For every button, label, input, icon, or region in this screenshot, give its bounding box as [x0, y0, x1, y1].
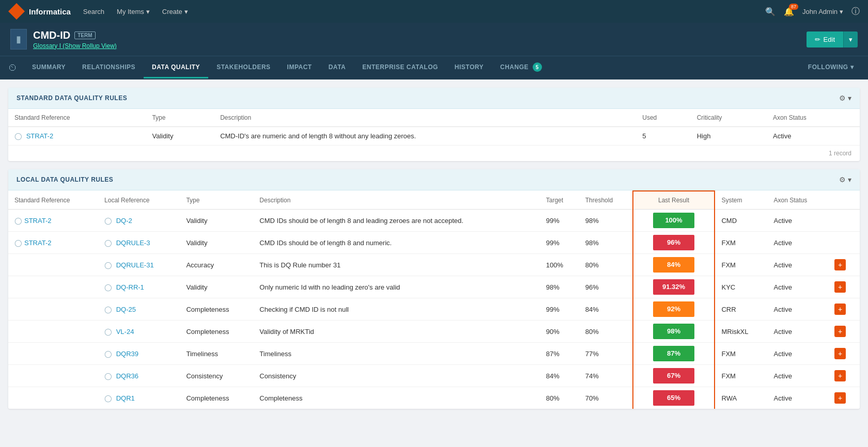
local-ref-link[interactable]: DQ-2 — [116, 217, 132, 225]
nav-create[interactable]: Create ▾ — [162, 8, 188, 15]
add-button[interactable]: + — [834, 392, 846, 404]
local-ref-link[interactable]: DQ-RR-1 — [116, 283, 144, 291]
std-ref-link[interactable]: STRAT-2 — [26, 132, 54, 140]
lcell-last-result: 65% — [633, 387, 715, 409]
lcell-threshold: 80% — [579, 321, 633, 343]
edit-dropdown-button[interactable]: ▾ — [843, 31, 858, 47]
page-header: ▮ CMD-ID TERM Glossary I (Show Rollup Vi… — [0, 23, 868, 56]
table-row: ◯ DQ-25 Completeness Checking if CMD ID … — [8, 298, 860, 321]
tab-stakeholders[interactable]: STAKEHOLDERS — [208, 57, 278, 78]
tab-summary[interactable]: SUMMARY — [24, 57, 74, 78]
lcell-system: CMD — [715, 210, 767, 232]
local-ref-link[interactable]: DQRULE-31 — [116, 261, 154, 269]
lcell-local-ref: ◯ DQR1 — [98, 387, 180, 409]
add-button[interactable]: + — [834, 370, 846, 381]
result-badge: 65% — [653, 390, 694, 406]
std-ref-link[interactable]: STRAT-2 — [24, 217, 52, 225]
result-badge: 96% — [653, 235, 694, 250]
criticality-cell: High — [691, 127, 767, 146]
col-description: Description — [214, 109, 636, 127]
lcell-last-result: 96% — [633, 232, 715, 254]
table-row: ◯ DQR39 Timeliness Timeliness 87% 77% 87… — [8, 343, 860, 365]
std-ref-link[interactable]: STRAT-2 — [24, 239, 52, 247]
result-badge: 91.32% — [653, 279, 694, 295]
lcol-target: Target — [540, 191, 579, 210]
local-ref-link[interactable]: VL-24 — [116, 328, 134, 336]
lcell-actions: + — [828, 387, 860, 409]
lcell-system: MRiskXL — [715, 321, 767, 343]
help-icon[interactable]: ⓘ — [851, 6, 860, 17]
lcell-target: 99% — [540, 232, 579, 254]
gear-icon[interactable]: ⚙ ▾ — [839, 175, 851, 184]
tab-data-quality[interactable]: DATA QUALITY — [144, 57, 208, 78]
table-row: ◯ STRAT-2 Validity CMD-ID's are numeric … — [8, 127, 860, 146]
search-icon[interactable]: 🔍 — [765, 7, 776, 17]
add-button[interactable]: + — [834, 259, 846, 270]
col-criticality: Criticality — [691, 109, 767, 127]
add-button[interactable]: + — [834, 281, 846, 293]
lcell-actions: + — [828, 321, 860, 343]
lcell-type: Timeliness — [180, 343, 253, 365]
local-ref-circle-icon: ◯ — [104, 283, 112, 291]
local-ref-link[interactable]: DQRULE-3 — [116, 239, 150, 247]
local-ref-circle-icon: ◯ — [104, 306, 112, 313]
tab-history[interactable]: HISTORY — [446, 57, 492, 78]
lcell-type: Accuracy — [180, 254, 253, 276]
lcell-local-ref: ◯ DQ-RR-1 — [98, 276, 180, 298]
lcell-actions: + — [828, 298, 860, 321]
lcell-description: CMD IDs should be of length 8 and numeri… — [253, 232, 539, 254]
tab-data[interactable]: DATA — [320, 57, 354, 78]
lcell-description: Validity of MRKTid — [253, 321, 539, 343]
item-subtitle[interactable]: Glossary I (Show Rollup View) — [33, 42, 117, 50]
local-ref-link[interactable]: DQ-25 — [116, 306, 136, 313]
local-ref-link[interactable]: DQR36 — [116, 372, 138, 380]
result-badge: 100% — [653, 213, 694, 228]
add-button[interactable]: + — [834, 348, 846, 359]
table-row: ◯ VL-24 Completeness Validity of MRKTid … — [8, 321, 860, 343]
lcell-std-ref: ◯STRAT-2 — [8, 210, 98, 232]
lcell-actions: + — [828, 254, 860, 276]
add-button[interactable]: + — [834, 304, 846, 315]
nav-right-section: 🔍 🔔 87 John Admin ▾ ⓘ — [765, 6, 860, 17]
local-ref-link[interactable]: DQR1 — [116, 394, 135, 402]
gear-icon[interactable]: ⚙ ▾ — [839, 94, 851, 102]
lcell-last-result: 87% — [633, 343, 715, 365]
edit-button[interactable]: ✏ Edit — [807, 31, 843, 47]
lcell-local-ref: ◯ DQR36 — [98, 365, 180, 387]
app-logo[interactable]: Informatica — [8, 3, 71, 20]
add-button[interactable]: + — [834, 326, 846, 337]
lcell-system: FXM — [715, 232, 767, 254]
user-menu[interactable]: John Admin ▾ — [802, 8, 843, 15]
tab-impact[interactable]: IMPACT — [279, 57, 320, 78]
ref-circle-icon: ◯ — [14, 239, 22, 247]
lcell-axon-status: Active — [767, 232, 828, 254]
tab-change[interactable]: CHANGE 5 — [492, 56, 550, 79]
lcell-axon-status: Active — [767, 276, 828, 298]
item-info: CMD-ID TERM Glossary I (Show Rollup View… — [33, 29, 117, 50]
std-ref-cell: ◯ STRAT-2 — [8, 127, 146, 146]
standard-section-title: STANDARD DATA QUALITY RULES — [17, 94, 127, 102]
notification-bell[interactable]: 🔔 87 — [784, 7, 794, 17]
lcol-actions — [828, 191, 860, 210]
nav-my-items[interactable]: My Items ▾ — [117, 8, 150, 15]
tab-enterprise-catalog[interactable]: ENTERPRISE CATALOG — [354, 57, 446, 78]
lcell-std-ref — [8, 321, 98, 343]
lcell-description: Checking if CMD ID is not null — [253, 298, 539, 321]
local-ref-circle-icon: ◯ — [104, 372, 112, 380]
local-ref-circle-icon: ◯ — [104, 217, 112, 225]
local-section-controls: ⚙ ▾ — [839, 175, 851, 184]
app-name: Informatica — [29, 7, 71, 16]
lcell-type: Completeness — [180, 387, 253, 409]
lcell-last-result: 91.32% — [633, 276, 715, 298]
local-ref-link[interactable]: DQR39 — [116, 350, 138, 358]
item-title: CMD-ID TERM — [33, 29, 117, 41]
lcell-std-ref — [8, 276, 98, 298]
lcell-local-ref: ◯ DQRULE-31 — [98, 254, 180, 276]
tab-following[interactable]: FOLLOWING ▾ — [800, 57, 862, 78]
nav-search[interactable]: Search — [83, 8, 104, 15]
lcell-type: Completeness — [180, 321, 253, 343]
lcell-threshold: 70% — [579, 387, 633, 409]
term-badge: TERM — [74, 31, 95, 39]
standard-dq-table: Standard Reference Type Description Used… — [8, 109, 860, 145]
tab-relationships[interactable]: RELATIONSHIPS — [74, 57, 144, 78]
